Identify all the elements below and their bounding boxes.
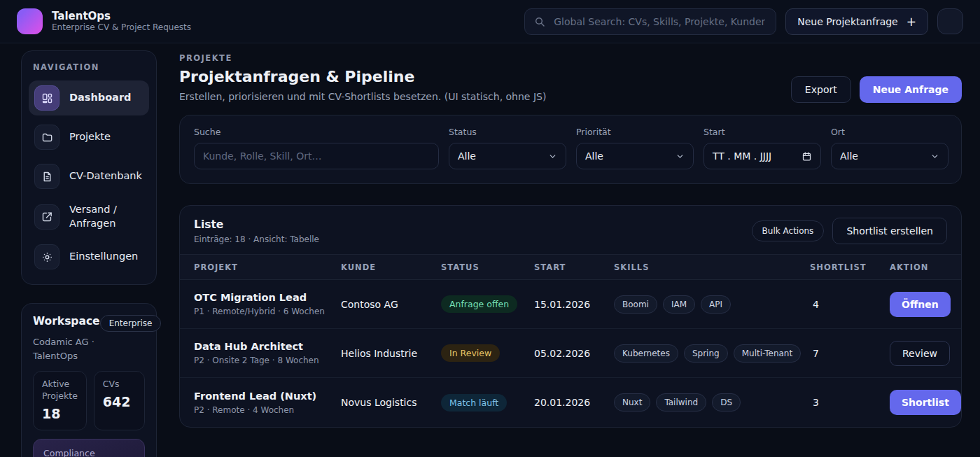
app-logo	[17, 8, 43, 34]
skill-tag: Kubernetes	[614, 344, 678, 363]
compliance-label: Compliance	[43, 448, 134, 457]
chevron-down-icon	[930, 152, 939, 161]
skills-cell: Nuxt Tailwind DS	[614, 393, 810, 412]
list-title: Liste	[194, 218, 319, 231]
skill-tag: Boomi	[614, 295, 657, 314]
sidebar-item-projekte[interactable]: Projekte	[29, 120, 149, 155]
filter-label-prioritaet: Priorität	[576, 127, 694, 137]
sidebar-item-versand-anfragen[interactable]: Versand / Anfragen	[29, 198, 149, 235]
document-icon	[34, 164, 59, 189]
filter-search-input[interactable]	[194, 143, 439, 169]
workspace-card: Workspace Enterprise Codamic AG · Talent…	[21, 303, 157, 457]
start-date-input[interactable]: TT . MM . JJJJ	[704, 143, 821, 169]
skill-tag: API	[701, 295, 731, 314]
sidebar-item-label: Versand / Anfragen	[69, 203, 144, 230]
shortlist-count: 7	[810, 348, 890, 359]
skill-tag: Nuxt	[614, 393, 650, 412]
create-shortlist-button[interactable]: Shortlist erstellen	[832, 218, 947, 244]
start-date-value: TT . MM . JJJJ	[713, 150, 771, 162]
navigation-heading: NAVIGATION	[29, 61, 149, 80]
avatar[interactable]	[937, 8, 963, 34]
skills-cell: Boomi IAM API	[614, 295, 810, 314]
priority-select[interactable]: Alle	[576, 143, 694, 169]
table-row: Data Hub Architect P2 · Onsite 2 Tage · …	[180, 329, 961, 378]
location-select-value: Alle	[840, 150, 858, 162]
column-header-aktion: AKTION	[890, 262, 947, 272]
column-header-start: START	[534, 262, 614, 272]
workspace-org: Codamic AG · TalentOps	[33, 335, 110, 363]
sidebar-item-label: CV-Datenbank	[69, 169, 142, 183]
search-icon	[534, 16, 545, 27]
dashboard-icon	[34, 85, 59, 111]
shortlist-count: 4	[810, 299, 890, 310]
chevron-down-icon	[548, 152, 557, 161]
filter-label-ort: Ort	[831, 127, 948, 137]
project-cell: OTC Migration Lead P1 · Remote/Hybrid · …	[194, 292, 341, 316]
sidebar-item-einstellungen[interactable]: Einstellungen	[29, 239, 149, 274]
shortlist-button[interactable]: Shortlist	[890, 390, 961, 415]
start-cell: 15.01.2026	[534, 299, 614, 310]
project-detail: P2 · Onsite 2 Tage · 8 Wochen	[194, 356, 341, 365]
action-cell: Öffnen	[890, 292, 951, 317]
calendar-icon[interactable]	[802, 151, 812, 162]
location-select[interactable]: Alle	[831, 143, 948, 169]
start-cell: 20.01.2026	[534, 397, 614, 408]
open-button[interactable]: Öffnen	[890, 292, 951, 317]
skill-tag: DS	[712, 393, 741, 412]
new-request-button[interactable]: Neue Anfrage	[860, 76, 962, 103]
new-project-request-button[interactable]: Neue Projektanfrage +	[785, 8, 928, 35]
chevron-down-icon	[676, 152, 685, 161]
topbar: TalentOps Enterprise CV & Project Reques…	[0, 0, 980, 43]
skill-tag: IAM	[663, 295, 695, 314]
action-cell: Shortlist	[890, 390, 961, 415]
page-subtitle: Erstellen, priorisieren und mit CV-Short…	[179, 91, 546, 102]
stat-label: Aktive Projekte	[42, 379, 78, 402]
stat-label: CVs	[103, 379, 136, 391]
stat-cvs: CVs 642	[94, 371, 145, 430]
filter-search: Suche	[194, 127, 439, 169]
project-name: OTC Migration Lead	[194, 292, 341, 303]
status-select[interactable]: Alle	[449, 143, 566, 169]
column-header-skills: SKILLS	[614, 262, 810, 272]
status-badge: Anfrage offen	[441, 295, 517, 313]
sidebar-item-dashboard[interactable]: Dashboard	[29, 80, 149, 115]
project-cell: Frontend Lead (Nuxt) P2 · Remote · 4 Woc…	[194, 391, 341, 415]
workspace-title: Workspace	[33, 315, 100, 328]
review-button[interactable]: Review	[890, 341, 950, 366]
filter-location: Ort Alle	[831, 127, 948, 169]
customer-cell: Contoso AG	[341, 299, 441, 310]
status-cell: Anfrage offen	[441, 295, 534, 313]
workspace-plan-badge: Enterprise	[100, 315, 162, 332]
skills-cell: Kubernetes Spring Multi-Tenant	[614, 344, 810, 363]
sidebar-item-label: Projekte	[69, 130, 111, 144]
customer-cell: Novus Logistics	[341, 397, 441, 408]
compliance-card: Compliance DSGVO-Workflow · Audit-Log ·	[33, 439, 145, 457]
project-name: Frontend Lead (Nuxt)	[194, 391, 341, 402]
customer-cell: Helios Industrie	[341, 348, 441, 359]
sidebar-item-cv-datenbank[interactable]: CV-Datenbank	[29, 159, 149, 194]
export-button[interactable]: Export	[791, 76, 851, 103]
table-row: OTC Migration Lead P1 · Remote/Hybrid · …	[180, 280, 961, 329]
action-cell: Review	[890, 341, 950, 366]
app-name: TalentOps	[52, 10, 191, 23]
project-detail: P2 · Remote · 4 Wochen	[194, 405, 341, 415]
filter-panel: Suche Status Alle Priorität Alle Start	[179, 115, 962, 184]
main-content: PROJEKTE Projektanfragen & Pipeline Erst…	[157, 43, 980, 428]
send-icon	[34, 204, 59, 230]
project-name: Data Hub Architect	[194, 341, 341, 352]
filter-label-status: Status	[449, 127, 566, 137]
global-search[interactable]	[524, 8, 776, 35]
filter-label-suche: Suche	[194, 127, 439, 137]
project-cell: Data Hub Architect P2 · Onsite 2 Tage · …	[194, 341, 341, 365]
stat-active-projects: Aktive Projekte 18	[33, 371, 87, 430]
page-title: Projektanfragen & Pipeline	[179, 68, 546, 85]
table-header-row: PROJEKT KUNDE STATUS START SKILLS SHORTL…	[180, 254, 961, 280]
page-heading-block: PROJEKTE Projektanfragen & Pipeline Erst…	[179, 53, 546, 103]
start-cell: 05.02.2026	[534, 348, 614, 359]
bulk-actions-button[interactable]: Bulk Actions	[752, 220, 825, 241]
global-search-input[interactable]	[552, 15, 766, 28]
status-badge: Match läuft	[441, 394, 507, 412]
column-header-shortlist: SHORTLIST	[810, 262, 890, 272]
navigation-card: NAVIGATION Dashboard Projekte CV-Datenba…	[21, 50, 157, 285]
list-meta: Einträge: 18 · Ansicht: Tabelle	[194, 234, 319, 244]
